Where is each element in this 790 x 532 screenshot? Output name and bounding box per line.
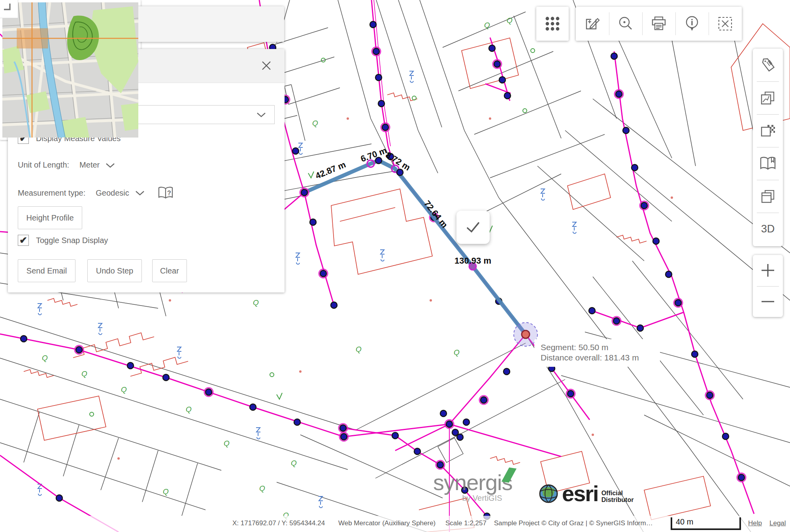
synergis-logo: synergis by VertiGIS [433, 470, 513, 503]
measurement-type-select[interactable]: Geodesic [96, 189, 129, 198]
info-pin-icon [684, 15, 700, 32]
tag-icon [760, 57, 776, 74]
extent-select-icon [717, 15, 733, 32]
projection-label: Web Mercator (Auxiliary Sphere) [338, 519, 436, 527]
height-profile-button[interactable]: Height Profile [18, 206, 82, 229]
minimap-collapse-button[interactable] [0, 0, 18, 18]
checkbox-checked-icon: ✔ [18, 235, 29, 246]
transparency-button[interactable] [753, 114, 783, 147]
copy-icon [760, 188, 776, 205]
main-toolbar [576, 7, 742, 41]
collapse-corner-icon [2, 2, 12, 12]
status-bar: X: 1717692.07 / Y: 5954344.24 Web Mercat… [0, 516, 790, 532]
edit-markup-icon [584, 15, 601, 32]
minus-icon [760, 299, 776, 304]
measurement-type-label: Measurement type: [18, 189, 85, 198]
toggle-snap-display-checkbox[interactable]: ✔ Toggle Snap Display [18, 235, 108, 246]
zoom-search-button[interactable] [609, 7, 642, 41]
labels-tag-button[interactable] [753, 49, 783, 81]
plus-icon [760, 262, 776, 278]
copy-pages-button[interactable] [753, 180, 783, 213]
esri-wordmark: esri [562, 481, 598, 506]
unit-of-length-select[interactable]: Meter [79, 160, 100, 170]
select-extent-button[interactable] [709, 7, 742, 41]
tooltip-overall-value: Distance overall: 181.43 m [541, 353, 654, 363]
measure-label-5: 130.93 m [454, 256, 491, 266]
esri-globe-icon [538, 483, 559, 504]
undo-step-button[interactable]: Undo Step [87, 259, 142, 282]
open-book-icon [759, 156, 777, 172]
legend-book-button[interactable] [753, 147, 783, 180]
chevron-down-icon[interactable] [135, 190, 145, 196]
unit-of-length-row: Unit of Length: Meter [18, 160, 115, 170]
zoom-in-button[interactable] [753, 255, 783, 286]
synergis-wordmark: synergis [433, 470, 513, 495]
zoom-out-button[interactable] [753, 286, 783, 317]
snap-indicator [514, 323, 537, 346]
help-link[interactable]: Help [748, 519, 762, 527]
right-toolbar: 3D [753, 49, 783, 246]
zoom-controls [753, 255, 783, 317]
measurement-tooltip: Segment: 50.50 m Distance overall: 181.4… [534, 339, 660, 367]
info-button[interactable] [675, 7, 709, 41]
help-book-icon[interactable]: ? [158, 187, 173, 199]
measurement-type-row: Measurement type: Geodesic ? [18, 187, 173, 199]
send-email-button[interactable]: Send Email [18, 259, 75, 282]
unit-of-length-label: Unit of Length: [18, 160, 69, 170]
3d-view-button[interactable]: 3D [753, 213, 783, 245]
confirm-measurement-button[interactable] [456, 211, 490, 244]
clear-button[interactable]: Clear [152, 259, 187, 282]
scale-label: Scale 1:2,257 [445, 519, 486, 527]
esri-official-line: Official [601, 490, 634, 496]
app-grid-button[interactable] [536, 7, 569, 41]
minimap-canvas [2, 2, 138, 138]
scale-bar: 40 m [671, 517, 741, 530]
grid-dots-icon [544, 15, 561, 32]
toggle-snap-display-label: Toggle Snap Display [36, 236, 108, 245]
svg-text:?: ? [167, 190, 171, 196]
checkmark-icon [464, 219, 482, 236]
print-button[interactable] [642, 7, 675, 41]
chevron-down-icon [256, 112, 266, 117]
cursor-coordinates: X: 1717692.07 / Y: 5954344.24 [232, 519, 325, 527]
chevron-down-icon[interactable] [105, 162, 115, 168]
transparency-icon [760, 123, 776, 139]
esri-distributor-line: Distributor [601, 496, 634, 503]
esri-logo: esri Official Distributor [538, 481, 634, 506]
close-icon[interactable] [258, 58, 274, 74]
printer-icon [650, 15, 667, 32]
scale-bar-label: 40 m [676, 517, 693, 526]
gis-application: Q [0, 0, 790, 532]
tooltip-segment-value: Segment: 50.50 m [541, 342, 654, 353]
map-compare-icon [760, 90, 776, 106]
measure-label-4: 72.64 m [422, 199, 450, 230]
legal-link[interactable]: Legal [769, 519, 786, 527]
overview-minimap[interactable] [0, 0, 141, 140]
edit-markup-button[interactable] [576, 7, 609, 41]
esri-distributor-label: Official Distributor [601, 484, 634, 503]
magnifier-dot-icon [617, 15, 634, 32]
map-compare-button[interactable] [753, 81, 783, 114]
attribution-text: Sample Project © City of Graz | © SynerG… [494, 519, 653, 527]
